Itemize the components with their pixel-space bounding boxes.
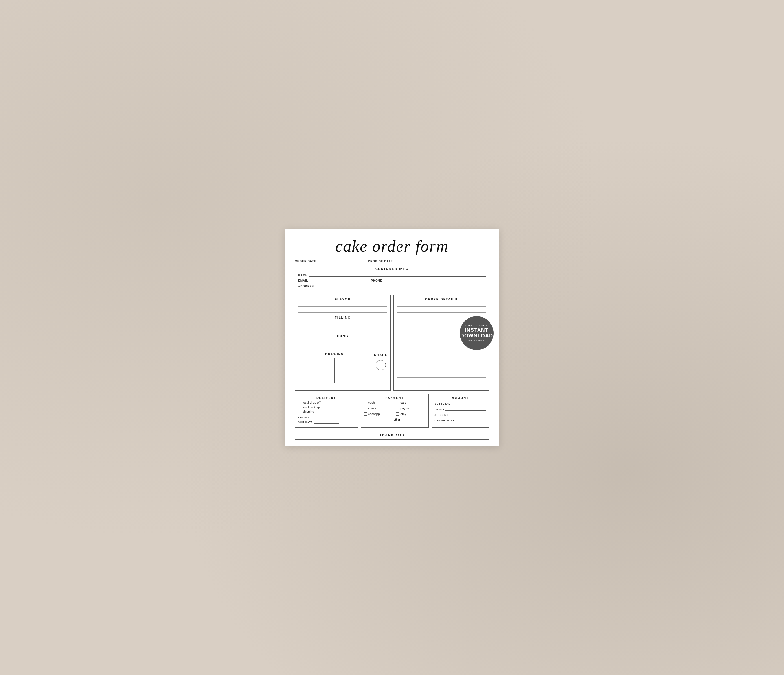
phone-line[interactable]: [384, 278, 486, 282]
customer-info-section: CUSTOMER INFO NAME EMAIL PHONE ADDRESS: [295, 265, 489, 292]
delivery-checkbox-3[interactable]: [298, 410, 301, 413]
payment-checkbox-check[interactable]: [364, 407, 367, 410]
stamp-circle: 100% EDITABLE INSTANTDOWNLOAD PRINTABLE: [460, 316, 494, 350]
address-label: ADDRESS: [298, 285, 314, 288]
thank-you-text: THANK YOU: [379, 433, 404, 437]
filling-lines: [298, 321, 387, 331]
order-date-line[interactable]: [317, 259, 362, 263]
stamp-top-text: 100% EDITABLE: [465, 324, 488, 327]
order-date-field: ORDER DATE: [295, 259, 362, 263]
email-phone-row: EMAIL PHONE: [298, 278, 486, 282]
taxes-field: TAXES: [435, 407, 486, 411]
od-line-10[interactable]: [397, 356, 486, 360]
customer-info-title: CUSTOMER INFO: [295, 265, 489, 271]
name-field-row: NAME: [298, 273, 486, 277]
drawing-title: DRAWING: [298, 352, 371, 356]
flavor-lines: [298, 302, 387, 313]
payment-checkbox-paypal[interactable]: [396, 407, 399, 410]
title-wrapper: cake order form: [295, 237, 489, 255]
ship-n-label: SHIP N.#: [298, 416, 310, 419]
promise-date-field: PROMISE DATE: [368, 259, 439, 263]
address-field-row: ADDRESS: [298, 284, 486, 288]
payment-label-other: other: [394, 418, 400, 421]
email-line[interactable]: [310, 278, 366, 282]
delivery-option-1: local drop off: [298, 401, 355, 404]
filling-line-1[interactable]: [298, 321, 387, 325]
delivery-checkbox-1[interactable]: [298, 401, 301, 404]
od-line-2[interactable]: [397, 309, 486, 313]
payment-label-paypal: paypal: [400, 407, 409, 410]
payment-checkbox-cashapp[interactable]: [364, 412, 367, 416]
thank-you-box: THANK YOU: [295, 430, 489, 440]
payment-cash: cash: [364, 401, 393, 404]
payment-label-cashapp: cashapp: [368, 412, 380, 416]
shipping-field: SHIPPING: [435, 413, 486, 416]
delivery-box: DELIVERY local drop off local pick up sh…: [295, 394, 358, 428]
taxes-line[interactable]: [445, 407, 486, 411]
subtotal-field: SUBTOTAL: [435, 402, 486, 405]
payment-card: card: [396, 401, 425, 404]
phone-label: PHONE: [371, 279, 383, 282]
od-line-12[interactable]: [397, 368, 486, 372]
bottom-row: DELIVERY local drop off local pick up sh…: [295, 394, 489, 428]
od-line-13[interactable]: [397, 374, 486, 378]
payment-label-check: check: [368, 407, 376, 410]
delivery-option-2: local pick up: [298, 406, 355, 409]
name-label: NAME: [298, 274, 307, 277]
subtotal-line[interactable]: [451, 402, 486, 405]
od-line-11[interactable]: [397, 362, 486, 366]
grandtotal-label: GRANDTOTAL: [435, 419, 455, 422]
ship-date-line[interactable]: [314, 420, 339, 424]
order-details-title: ORDER DETAILS: [397, 298, 486, 301]
delivery-checkbox-2[interactable]: [298, 406, 301, 409]
od-line-1[interactable]: [397, 302, 486, 307]
form-paper: cake order form ORDER DATE PROMISE DATE …: [285, 229, 499, 447]
payment-checkbox-other[interactable]: [389, 418, 392, 421]
grandtotal-line[interactable]: [456, 419, 486, 422]
drawing-shape-row: DRAWING SHAPE: [298, 352, 387, 388]
od-line-9[interactable]: [397, 350, 486, 354]
ship-date-label: SHIP DATE: [298, 421, 313, 424]
stamp-main-text: INSTANTDOWNLOAD: [460, 327, 493, 339]
shipping-line[interactable]: [450, 413, 486, 416]
flavor-box: FLAVOR FILLING ICING DRAWING: [295, 295, 390, 391]
payment-checkbox-cash[interactable]: [364, 401, 367, 404]
amount-title: AMOUNT: [435, 396, 486, 399]
icing-lines: [298, 339, 387, 349]
shape-title: SHAPE: [374, 353, 387, 357]
shape-rect[interactable]: [375, 382, 387, 388]
payment-paypal: paypal: [396, 407, 425, 410]
payment-cashapp: cashapp: [364, 412, 393, 416]
amount-box: AMOUNT SUBTOTAL TAXES SHIPPING GRANDTOTA…: [431, 394, 489, 428]
filling-line-2[interactable]: [298, 327, 387, 331]
name-line[interactable]: [309, 273, 486, 277]
taxes-label: TAXES: [435, 408, 444, 411]
drawing-box[interactable]: [298, 358, 335, 383]
shape-circle[interactable]: [376, 360, 386, 370]
ship-date-field: SHIP DATE: [298, 420, 355, 424]
form-title-text: cake order form: [335, 237, 449, 255]
order-date-label: ORDER DATE: [295, 260, 316, 263]
email-label: EMAIL: [298, 279, 308, 282]
stamp-bottom-text: PRINTABLE: [468, 339, 485, 342]
delivery-label-2: local pick up: [303, 406, 320, 409]
flavor-line-2[interactable]: [298, 309, 387, 313]
subtotal-label: SUBTOTAL: [435, 402, 450, 405]
shipping-label: SHIPPING: [435, 413, 449, 416]
shape-section: SHAPE: [374, 352, 387, 388]
icing-line-2[interactable]: [298, 345, 387, 349]
payment-label-etsy: etsy: [400, 412, 406, 416]
payment-etsy: etsy: [396, 412, 425, 416]
payment-checkbox-etsy[interactable]: [396, 412, 399, 416]
address-line[interactable]: [316, 284, 486, 288]
shape-square[interactable]: [376, 372, 385, 381]
icing-line-1[interactable]: [298, 339, 387, 343]
flavor-line-1[interactable]: [298, 302, 387, 307]
date-row: ORDER DATE PROMISE DATE: [295, 259, 489, 263]
payment-checkbox-card[interactable]: [396, 401, 399, 404]
promise-date-line[interactable]: [394, 259, 439, 263]
delivery-label-3: shipping: [303, 410, 314, 413]
flavor-title: FLAVOR: [298, 298, 387, 301]
ship-n-line[interactable]: [311, 416, 336, 419]
payment-label-cash: cash: [368, 401, 375, 404]
